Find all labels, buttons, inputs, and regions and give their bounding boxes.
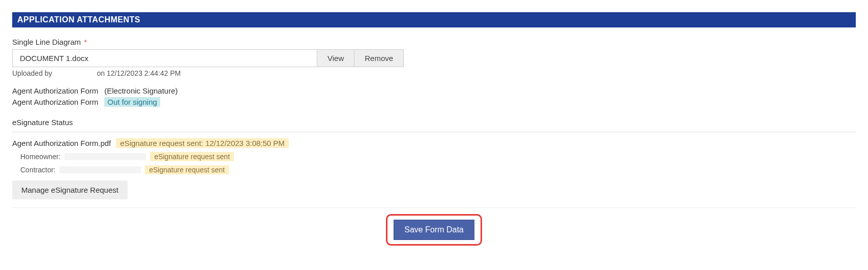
contractor-status-badge: eSignature request sent: [145, 165, 229, 174]
auth-form-label-2: Agent Authorization Form: [12, 98, 98, 106]
sld-field: Single Line Diagram * DOCUMENT 1.docx Vi…: [12, 38, 856, 77]
contractor-name-redacted: [59, 166, 141, 173]
homeowner-signer-row: Homeowner: eSignature request sent: [20, 152, 856, 161]
sld-label-text: Single Line Diagram: [12, 38, 81, 46]
esignature-status-heading: eSignature Status: [12, 118, 856, 127]
save-form-data-button[interactable]: Save Form Data: [394, 220, 474, 240]
remove-button[interactable]: Remove: [354, 49, 404, 67]
auth-form-note: (Electronic Signature): [104, 86, 177, 95]
sld-filename: DOCUMENT 1.docx: [12, 49, 317, 67]
auth-form-label-1: Agent Authorization Form: [12, 86, 98, 95]
uploader-name-redacted: [54, 71, 95, 77]
esignature-file-status-badge: eSignature request sent: 12/12/2023 3:08…: [116, 138, 289, 148]
homeowner-status-badge: eSignature request sent: [150, 152, 234, 161]
section-header: APPLICATION ATTACHMENTS: [12, 12, 856, 27]
homeowner-name-redacted: [65, 153, 146, 160]
attachments-section: APPLICATION ATTACHMENTS Single Line Diag…: [0, 12, 868, 258]
esignature-file-line: Agent Authorization Form.pdf eSignature …: [12, 138, 856, 148]
sld-uploaded-by: Uploaded by on 12/12/2023 2:44:42 PM: [12, 69, 856, 77]
sld-file-row: DOCUMENT 1.docx View Remove: [12, 49, 856, 67]
required-star: *: [84, 38, 87, 46]
save-row: Save Form Data: [12, 207, 856, 258]
auth-form-line-2: Agent Authorization Form Out for signing: [12, 97, 856, 107]
save-highlight-box: Save Form Data: [386, 214, 482, 246]
separator: [12, 132, 856, 132]
uploaded-prefix: Uploaded by: [12, 69, 52, 77]
uploaded-suffix: on 12/12/2023 2:44:42 PM: [97, 69, 181, 77]
esignature-filename: Agent Authorization Form.pdf: [12, 139, 111, 147]
contractor-signer-row: Contractor: eSignature request sent: [20, 165, 856, 174]
manage-esignature-button[interactable]: Manage eSignature Request: [12, 181, 128, 199]
out-for-signing-badge: Out for signing: [104, 97, 160, 107]
auth-form-line-1: Agent Authorization Form (Electronic Sig…: [12, 86, 856, 95]
sld-label: Single Line Diagram *: [12, 38, 856, 46]
view-button[interactable]: View: [317, 49, 354, 67]
homeowner-label: Homeowner:: [20, 153, 61, 161]
contractor-label: Contractor:: [20, 166, 55, 174]
